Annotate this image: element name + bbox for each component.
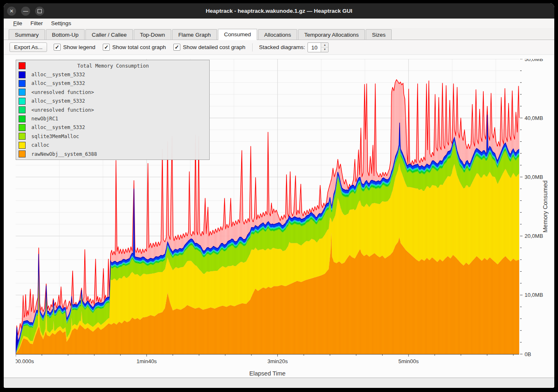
tabbar: SummaryBottom-UpCaller / CalleeTop-DownF… [4,28,554,40]
legend-label: alloc__system_5332 [31,80,85,86]
legend-item: alloc__system_5332 [16,70,209,79]
legend-label: sqlite3MemMalloc [31,134,79,139]
svg-text:20,0MB: 20,0MB [525,233,543,239]
tab-bottom-up[interactable]: Bottom-Up [46,29,85,40]
checkmark-icon: ✓ [54,44,61,51]
legend-item: rawNewObj__system_6388 [16,150,209,158]
svg-text:5min00s: 5min00s [398,358,419,364]
legend-item: calloc [16,141,209,150]
stacked-diagrams-label: Stacked diagrams: [259,44,305,50]
legend-item: sqlite3MemMalloc [16,132,209,141]
legend-swatch-icon [19,80,26,87]
stacked-diagrams-value: 10 [308,43,321,52]
toolbar: Export As... ✓Show legend✓Show total cos… [4,40,554,55]
desktop-background: ✕— Heaptrack - heaptrack.wakunode.1.gz —… [0,0,558,392]
legend-label: Total Memory Consumption [31,63,195,69]
window-title: Heaptrack - heaptrack.wakunode.1.gz — He… [4,8,554,14]
checkmark-icon: ✓ [103,44,110,51]
legend-label: rawNewObj__system_6388 [31,151,97,157]
legend-label: alloc__system_5332 [31,98,85,104]
legend-item: alloc__system_5332 [16,79,209,88]
checkbox-show-detailed-cost-graph[interactable]: ✓Show detailed cost graph [173,44,246,51]
tab-summary[interactable]: Summary [9,29,45,40]
menu-filter[interactable]: Filter [26,19,47,27]
chart-area: 00.000s1min40s3min20s5min00s0B10,0MB20,0… [4,55,554,378]
tab-top-down[interactable]: Top-Down [134,29,171,40]
legend-swatch-icon [19,62,26,69]
spin-down-icon[interactable]: ▼ [321,47,328,52]
tab-temporary-allocations[interactable]: Temporary Allocations [298,29,365,40]
svg-text:1min40s: 1min40s [137,358,157,364]
x-axis-title: Elapsed Time [249,370,286,377]
statusbar [4,378,554,388]
legend-swatch-icon [19,150,26,157]
legend-item: newObjRC1 [16,114,209,123]
svg-text:10,0MB: 10,0MB [525,292,543,298]
legend-label: <unresolved function> [31,89,94,95]
window-controls: ✕— [7,7,44,16]
legend-label: alloc__system_5332 [31,72,85,77]
checkmark-icon: ✓ [173,44,180,51]
legend-swatch-icon [19,115,26,122]
legend-item: <unresolved function> [16,88,209,96]
legend-label: newObjRC1 [31,116,58,122]
legend-swatch-icon [19,106,26,113]
legend-label: calloc [31,142,49,148]
legend-item: Total Memory Consumption [16,61,209,70]
svg-text:30,0MB: 30,0MB [525,174,543,180]
spin-up-icon[interactable]: ▲ [321,43,328,48]
maximize-button[interactable] [35,7,44,16]
tab-consumed[interactable]: Consumed [218,29,257,40]
legend-swatch-icon [19,71,26,78]
legend-swatch-icon [19,133,26,140]
maximize-icon [38,9,42,13]
legend-label: alloc__system_5332 [31,124,85,130]
y-axis-title: Memory Consumed [542,181,549,233]
menu-file[interactable]: File [9,19,26,27]
legend-label: <unresolved function> [31,107,94,113]
tab-caller-callee[interactable]: Caller / Callee [85,29,133,40]
legend-item: alloc__system_5332 [16,123,209,132]
svg-text:3min20s: 3min20s [267,358,288,364]
checkbox-show-legend[interactable]: ✓Show legend [54,44,95,51]
close-button[interactable]: ✕ [7,7,16,16]
chart-legend: Total Memory Consumptionalloc__system_53… [16,60,210,160]
minimize-button[interactable]: — [21,7,30,16]
checkbox-label: Show detailed cost graph [183,44,246,50]
legend-swatch-icon [19,89,26,96]
svg-text:40,0MB: 40,0MB [525,115,543,121]
minimize-icon: — [23,9,28,14]
legend-swatch-icon [19,98,26,105]
close-icon: ✕ [9,9,14,14]
toolbar-separator [252,43,253,52]
stacked-diagrams-stepper[interactable]: 10 ▲ ▼ [307,42,329,52]
checkbox-label: Show legend [63,44,95,50]
tab-flame-graph[interactable]: Flame Graph [172,29,217,40]
tab-allocations[interactable]: Allocations [258,29,297,40]
legend-item: alloc__system_5332 [16,97,209,106]
heaptrack-window: ✕— Heaptrack - heaptrack.wakunode.1.gz —… [4,3,554,388]
legend-item: <unresolved function> [16,106,209,114]
tab-sizes[interactable]: Sizes [366,29,392,40]
menu-settings[interactable]: Settings [47,19,76,27]
legend-swatch-icon [19,142,26,149]
checkbox-label: Show total cost graph [112,44,166,50]
svg-text:0B: 0B [525,351,531,357]
checkbox-show-total-cost-graph[interactable]: ✓Show total cost graph [103,44,166,51]
titlebar: ✕— Heaptrack - heaptrack.wakunode.1.gz —… [4,3,554,19]
export-as-button[interactable]: Export As... [9,42,47,52]
menubar: FileFilterSettings [4,19,554,28]
svg-text:00.000s: 00.000s [16,358,34,364]
svg-text:50,0MB: 50,0MB [525,59,543,62]
legend-swatch-icon [19,124,26,131]
